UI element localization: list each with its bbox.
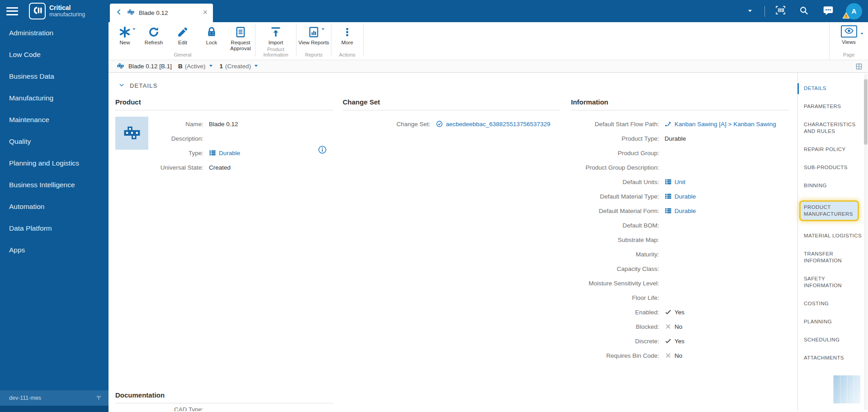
- section-tab-costing[interactable]: COSTING: [804, 300, 863, 307]
- field-row-cad-type: CAD Type:: [115, 403, 333, 411]
- field-value: Yes: [665, 308, 684, 316]
- vertical-scrollbar[interactable]: [864, 74, 868, 410]
- sidebar-item-data-platform[interactable]: Data Platform: [0, 218, 108, 239]
- topbar-dropdown-icon[interactable]: [747, 7, 753, 15]
- sidebar-item-low-code[interactable]: Low Code: [0, 44, 108, 66]
- tab-blade-012[interactable]: Blade 0.12: [110, 4, 213, 22]
- caret-icon: [321, 27, 325, 31]
- toolbar-button-request-approval[interactable]: Request Approval: [226, 22, 255, 52]
- sidebar-item-apps[interactable]: Apps: [0, 239, 108, 261]
- field-label: Requires Bin Code:: [571, 352, 659, 359]
- toolbar-button-edit[interactable]: Edit: [168, 22, 197, 46]
- toolbar-button-new[interactable]: New: [110, 22, 139, 46]
- section-tab-material-logistics[interactable]: MATERIAL LOGISTICS: [804, 232, 863, 239]
- scrollbar-thumb[interactable]: [864, 79, 868, 145]
- field-value-link[interactable]: Durable: [209, 149, 240, 156]
- field-label: Product Group:: [571, 150, 659, 156]
- caret-icon: [132, 27, 136, 31]
- documentation-section: Documentation CAD Type:: [115, 391, 333, 411]
- barcode-scan-icon[interactable]: [775, 5, 786, 18]
- search-icon[interactable]: [799, 5, 809, 17]
- back-icon[interactable]: [115, 8, 123, 18]
- section-tab-scheduling[interactable]: SCHEDULING: [804, 336, 863, 343]
- field-row-product-group-description: Product Group Description:: [571, 160, 789, 175]
- section-tab-product-manufacturers[interactable]: PRODUCT MANUFACTURERS: [799, 200, 859, 221]
- field-label: Enabled:: [571, 309, 659, 316]
- info-icon[interactable]: [318, 145, 327, 156]
- toolbar-button-label: Request Approval: [226, 40, 255, 52]
- list-icon: [209, 149, 216, 156]
- breadcrumb: Blade 0.12 [B.1] B (Active) 1 (Created): [108, 60, 868, 73]
- field-value: Yes: [665, 337, 684, 345]
- breadcrumb-version-state: (Active): [185, 63, 206, 70]
- section-tab-details[interactable]: DETAILS: [804, 85, 863, 92]
- section-tab-characteristics-and-rules[interactable]: CHARACTERISTICS AND RULES: [804, 121, 863, 135]
- toolbar-button-lock[interactable]: Lock: [197, 22, 226, 46]
- toolbar-group-divider: [363, 24, 363, 57]
- views-label: Views: [842, 39, 855, 45]
- refresh-icon: [148, 25, 160, 39]
- asterisk-icon: [119, 26, 131, 38]
- section-tab-parameters[interactable]: PARAMETERS: [804, 103, 863, 110]
- sidebar-item-automation[interactable]: Automation: [0, 196, 108, 218]
- eye-icon: [841, 25, 857, 38]
- field-row-default-material-type: Default Material Type:Durable: [571, 189, 789, 204]
- sidebar-item-manufacturing[interactable]: Manufacturing: [0, 87, 108, 109]
- sidebar-item-administration[interactable]: Administration: [0, 22, 108, 44]
- hamburger-menu-icon[interactable]: [6, 5, 18, 17]
- connection-icon[interactable]: [95, 394, 102, 402]
- section-tab-transfer-information[interactable]: TRANSFER INFORMATION: [804, 251, 863, 264]
- field-value-link[interactable]: Durable: [665, 207, 696, 214]
- field-value-link[interactable]: Durable: [665, 193, 696, 200]
- field-value-link[interactable]: Kanban Sawing [A] > Kanban Sawing: [665, 120, 776, 128]
- version-dropdown-icon[interactable]: [208, 63, 213, 70]
- layout-grid-icon[interactable]: [855, 63, 863, 71]
- toolbar-button-refresh[interactable]: Refresh: [139, 22, 168, 46]
- toolbar-button-view-reports[interactable]: View Reports: [297, 22, 331, 46]
- list-icon: [665, 193, 672, 200]
- toolbar-button-label: New: [119, 40, 130, 46]
- section-tab-repair-policy[interactable]: REPAIR POLICY: [804, 146, 863, 153]
- toolbar-button-import[interactable]: Import: [255, 22, 296, 46]
- field-row-capacity-class: Capacity Class:: [571, 261, 789, 276]
- user-avatar[interactable]: A: [846, 3, 862, 19]
- list-icon: [665, 207, 672, 214]
- logo-text: Criticalmanufacturing: [49, 5, 85, 18]
- revision-dropdown-icon[interactable]: [254, 63, 259, 70]
- topbar-brand-area: Criticalmanufacturing: [0, 0, 108, 22]
- field-row-enabled: Enabled:Yes: [571, 305, 789, 319]
- chat-icon[interactable]: [822, 5, 834, 18]
- field-row-default-start-flow-path: Default Start Flow Path:Kanban Sawing [A…: [571, 117, 789, 131]
- topbar-separator: [764, 6, 765, 17]
- list-icon: [209, 149, 216, 156]
- field-value-link[interactable]: aecbedeebbac_638825513756537329: [436, 120, 550, 128]
- field-label: Change Set:: [343, 121, 430, 128]
- section-tab-attachments[interactable]: ATTACHMENTS: [804, 355, 863, 361]
- field-value-link[interactable]: Unit: [665, 178, 685, 185]
- sidebar-item-business-data[interactable]: Business Data: [0, 66, 108, 87]
- section-tab-safety-information[interactable]: SAFETY INFORMATION: [804, 275, 863, 289]
- toolbar-button-more[interactable]: More: [331, 22, 363, 46]
- no-icon: [665, 323, 672, 330]
- sidebar-item-business-intelligence[interactable]: Business Intelligence: [0, 174, 108, 196]
- views-button[interactable]: Views Page: [829, 22, 868, 60]
- sidebar-item-maintenance[interactable]: Maintenance: [0, 109, 108, 131]
- pencil-icon: [177, 26, 189, 38]
- section-tab-planning[interactable]: PLANNING: [804, 318, 863, 325]
- sidebar-item-quality[interactable]: Quality: [0, 131, 108, 152]
- app-logo[interactable]: Criticalmanufacturing: [29, 3, 85, 19]
- section-tab-binning[interactable]: BINNING: [804, 182, 863, 189]
- field-row-substrate-map: Substrate Map:: [571, 232, 789, 247]
- sidebar-item-planning-and-logistics[interactable]: Planning and Logistics: [0, 152, 108, 174]
- close-icon[interactable]: [202, 9, 208, 17]
- breadcrumb-item-name: Blade 0.12 [B.1]: [128, 63, 172, 70]
- details-collapse-header[interactable]: DETAILS: [118, 82, 158, 90]
- field-label: Default Material Type:: [571, 193, 659, 200]
- field-label: Name:: [155, 121, 203, 128]
- field-label: Blocked:: [571, 323, 659, 330]
- field-label: Default Units:: [571, 179, 659, 185]
- section-tab-sub-products[interactable]: SUB-PRODUCTS: [804, 164, 863, 171]
- field-value: Blade 0.12: [209, 121, 238, 128]
- list-icon: [665, 207, 672, 214]
- field-row-floor-life: Floor Life:: [571, 290, 789, 305]
